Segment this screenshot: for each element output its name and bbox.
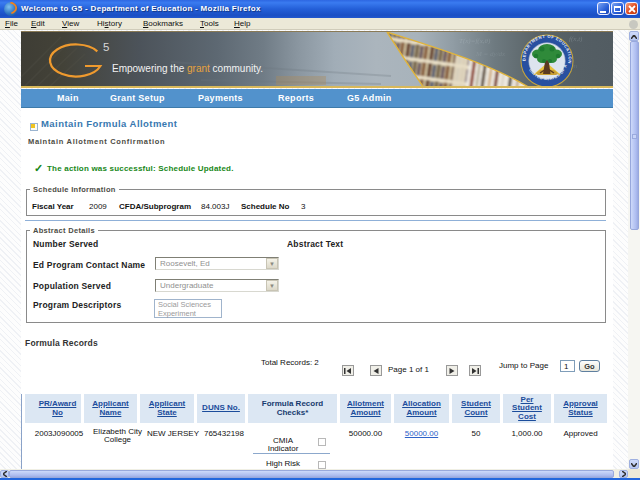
svg-text:5: 5	[103, 41, 109, 53]
svg-text:T(x)=f(x,θ): T(x)=f(x,θ)	[459, 37, 491, 45]
svg-text:M = dy/dx: M = dy/dx	[475, 50, 506, 58]
